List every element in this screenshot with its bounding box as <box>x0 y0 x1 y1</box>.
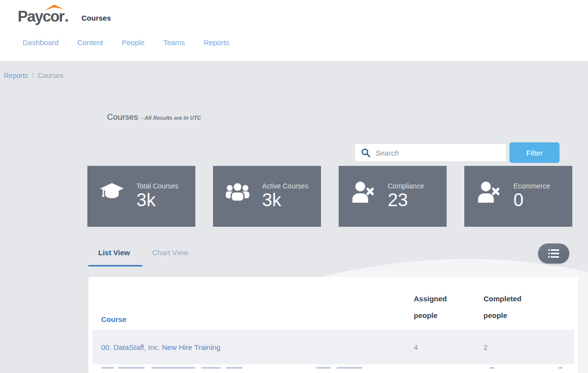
stat-card-ecommerce[interactable]: Ecommerce 0 <box>464 166 572 227</box>
tab-list-view[interactable]: List View <box>98 248 130 257</box>
column-header-course[interactable]: Course <box>101 315 127 323</box>
stat-card-active-courses[interactable]: Active Courses 3k <box>213 166 321 227</box>
stat-value: 3k <box>262 190 308 211</box>
nav-item-people[interactable]: People <box>122 38 145 47</box>
stat-label: Ecommerce <box>513 182 550 190</box>
clipped-table-row <box>92 364 574 373</box>
paycor-logo[interactable]: Paycor . <box>18 8 69 26</box>
person-x-icon <box>464 181 513 203</box>
stat-label: Compliance <box>388 182 424 190</box>
page-title-row: Courses - All Results are in UTC <box>107 112 201 122</box>
completed-count: 2 <box>483 343 487 351</box>
breadcrumb-separator: / <box>32 72 34 80</box>
nav-item-teams[interactable]: Teams <box>163 38 185 47</box>
breadcrumb-current: Courses <box>38 72 63 80</box>
search-box[interactable] <box>354 143 507 162</box>
stat-card-compliance[interactable]: Compliance 23 <box>339 166 447 227</box>
stat-value: 0 <box>513 190 550 211</box>
filter-button[interactable]: Filter <box>509 142 560 163</box>
logo-dot: . <box>64 8 69 26</box>
nav-item-reports[interactable]: Reports <box>204 38 230 47</box>
person-x-icon <box>339 181 388 203</box>
breadcrumb: Reports / Courses <box>4 72 63 80</box>
column-header-completed-people: Completed people <box>483 291 526 324</box>
nav-item-dashboard[interactable]: Dashboard <box>23 38 58 47</box>
search-input[interactable] <box>375 149 498 157</box>
courses-table-card: Course Assigned people Completed people … <box>88 277 578 373</box>
active-tab-underline <box>88 265 142 266</box>
paycor-arrow-icon <box>44 3 64 11</box>
brand-row: Paycor . Courses <box>18 6 111 27</box>
course-link[interactable]: 00. DataStaff, Inc. New Hire Training <box>101 343 220 351</box>
stat-label: Active Courses <box>262 182 308 190</box>
app-header: Paycor . Courses Dashboard Content Peopl… <box>0 0 588 61</box>
view-tabs: List View Chart View <box>88 245 578 266</box>
column-header-assigned-people: Assigned people <box>414 291 456 324</box>
assigned-count: 4 <box>414 343 418 351</box>
app-title: Courses <box>81 14 111 22</box>
page-subtitle: - All Results are in UTC <box>141 115 201 121</box>
list-view-toggle-button[interactable] <box>538 243 569 264</box>
breadcrumb-reports-link[interactable]: Reports <box>4 72 28 80</box>
stat-card-total-courses[interactable]: Total Courses 3k <box>87 166 195 227</box>
content-area: Reports / Courses Courses - All Results … <box>0 61 588 373</box>
users-group-icon <box>213 182 262 202</box>
page-title: Courses <box>107 112 138 122</box>
nav-item-content[interactable]: Content <box>77 38 103 47</box>
clipped-row-text <box>101 367 574 369</box>
search-icon <box>361 148 371 158</box>
stats-row: Total Courses 3k Active Courses 3k <box>87 166 572 227</box>
stat-label: Total Courses <box>136 182 179 190</box>
main-nav: Dashboard Content People Teams Reports <box>23 38 229 47</box>
stat-value: 23 <box>388 190 424 211</box>
stat-value: 3k <box>136 190 179 211</box>
list-icon <box>548 249 559 258</box>
tab-chart-view[interactable]: Chart View <box>152 248 188 257</box>
table-row: 00. DataStaff, Inc. New Hire Training 4 … <box>92 330 574 364</box>
graduation-cap-icon <box>87 182 136 202</box>
search-row: Filter <box>354 143 560 164</box>
